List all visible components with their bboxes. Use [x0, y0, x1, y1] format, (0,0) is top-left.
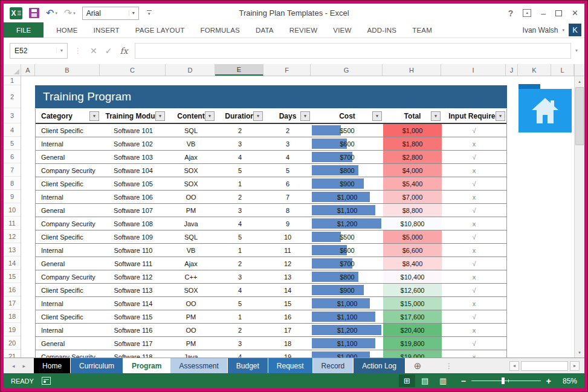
page-break-view-icon[interactable]: ▥	[435, 374, 451, 387]
help-icon[interactable]: ?	[508, 8, 514, 18]
cell-total[interactable]: $15,000	[383, 297, 442, 310]
cell-category[interactable]: Internal	[36, 137, 100, 150]
cell-days[interactable]: 8	[264, 204, 311, 217]
cell-content[interactable]: OO	[166, 297, 216, 310]
cell-category[interactable]: Company Security	[36, 164, 100, 177]
row-header-18[interactable]: 18	[4, 310, 21, 323]
cell-module[interactable]: Software 106	[100, 191, 166, 203]
row-header-3[interactable]: 3	[4, 108, 21, 123]
cell-category[interactable]: Internal	[36, 244, 100, 256]
ribbon-tab-home[interactable]: HOME	[48, 22, 85, 38]
cell-cost[interactable]: $500	[311, 230, 383, 243]
scroll-right-icon[interactable]: ▸	[570, 361, 580, 371]
cell-content[interactable]: C++	[166, 270, 216, 283]
cell-category[interactable]: Company Security	[36, 217, 100, 230]
cell-content[interactable]: Java	[166, 217, 216, 230]
ribbon-tab-page-layout[interactable]: PAGE LAYOUT	[128, 22, 193, 38]
row-header-7[interactable]: 7	[4, 163, 21, 177]
cell-duration[interactable]: 1	[216, 177, 264, 190]
cell-module[interactable]: Software 110	[100, 244, 166, 256]
zoom-percentage[interactable]: 85%	[557, 377, 577, 385]
cell-cost[interactable]: $600	[311, 137, 383, 150]
cell-days[interactable]: 17	[264, 324, 311, 336]
cell-cost[interactable]: $800	[311, 164, 383, 177]
cell-content[interactable]: Ajax	[166, 151, 216, 163]
next-sheet-icon[interactable]: ▸	[23, 363, 26, 369]
save-icon[interactable]	[29, 8, 39, 18]
cell-duration[interactable]: 4	[216, 284, 264, 296]
cell-cost[interactable]: $1,100	[311, 337, 383, 350]
cell-input-required[interactable]: √	[442, 124, 506, 137]
ribbon-tab-file[interactable]: FILE	[4, 22, 44, 38]
sheet-tab-program[interactable]: Program	[123, 358, 170, 373]
cell-cost[interactable]: $900	[311, 177, 383, 190]
cell-module[interactable]: Software 113	[100, 284, 166, 296]
cell-days[interactable]: 14	[264, 284, 311, 296]
cell-duration[interactable]: 4	[216, 151, 264, 163]
cell-input-required[interactable]: x	[442, 137, 506, 150]
cell-category[interactable]: Internal	[36, 191, 100, 203]
ribbon-tab-add-ins[interactable]: ADD-INS	[359, 22, 404, 38]
ribbon-tab-insert[interactable]: INSERT	[86, 22, 128, 38]
column-header-H[interactable]: H	[383, 64, 441, 76]
redo-button[interactable]: ↷▾	[64, 8, 76, 18]
scroll-up-icon[interactable]: ▴	[575, 76, 584, 87]
cell-category[interactable]: General	[36, 257, 100, 270]
cell-duration[interactable]: 2	[216, 191, 264, 203]
cell-total[interactable]: $10,800	[383, 217, 442, 230]
row-header-15[interactable]: 15	[4, 270, 21, 283]
cell-days[interactable]: 11	[264, 244, 311, 256]
cell-module[interactable]: Software 116	[100, 324, 166, 336]
sheet-tab-record[interactable]: Record	[313, 358, 354, 373]
cell-module[interactable]: Software 105	[100, 177, 166, 190]
cell-input-required[interactable]: x	[442, 191, 506, 203]
page-layout-view-icon[interactable]: ▤	[417, 374, 433, 387]
cell-category[interactable]: Client Specific	[36, 284, 100, 296]
sheet-tab-action-log[interactable]: Action Log	[354, 358, 405, 373]
normal-view-icon[interactable]: ⊞	[399, 374, 415, 387]
filter-icon-duration[interactable]: ▾	[253, 111, 263, 121]
cell-days[interactable]: 5	[264, 164, 311, 177]
minimize-button[interactable]: –	[541, 11, 546, 16]
cell-category[interactable]: Client Specific	[36, 310, 100, 323]
sheet-canvas[interactable]: Training Program Category▾Training Modul…	[21, 76, 574, 358]
close-button[interactable]: ✕	[572, 8, 578, 18]
cell-cost[interactable]: $1,000	[311, 297, 383, 310]
cell-days[interactable]: 3	[264, 137, 311, 150]
cell-duration[interactable]: 2	[216, 324, 264, 336]
formula-input[interactable]	[135, 43, 571, 59]
sheet-tab-curriculum[interactable]: Curriculum	[71, 358, 123, 373]
zoom-in-icon[interactable]: +	[546, 376, 551, 386]
ribbon-tab-formulas[interactable]: FORMULAS	[192, 22, 248, 38]
cell-total[interactable]: $7,000	[383, 191, 442, 203]
cell-cost[interactable]: $600	[311, 244, 383, 256]
cell-duration[interactable]: 4	[216, 217, 264, 230]
cell-days[interactable]: 9	[264, 217, 311, 230]
cell-total[interactable]: $5,000	[383, 230, 442, 243]
cell-duration[interactable]: 3	[216, 270, 264, 283]
sheet-options-icon[interactable]: ⋮	[437, 358, 462, 373]
cell-category[interactable]: General	[36, 337, 100, 350]
filter-icon-content[interactable]: ▾	[205, 111, 215, 121]
cell-days[interactable]: 18	[264, 337, 311, 350]
cell-total[interactable]: $4,000	[383, 164, 442, 177]
cell-module[interactable]: Software 109	[100, 230, 166, 243]
cell-module[interactable]: Software 118	[100, 350, 166, 358]
ribbon-display-options-icon[interactable]: ▴	[523, 9, 531, 17]
cell-module[interactable]: Software 101	[100, 124, 166, 137]
cell-input-required[interactable]: √	[442, 284, 506, 296]
cell-total[interactable]: $1,000	[383, 124, 442, 137]
cell-input-required[interactable]: √	[442, 204, 506, 217]
cell-category[interactable]: Client Specific	[36, 230, 100, 243]
cell-content[interactable]: PM	[166, 337, 216, 350]
drag-handle-icon[interactable]: ⋮	[74, 47, 82, 55]
cell-total[interactable]: $8,400	[383, 257, 442, 270]
cell-module[interactable]: Software 103	[100, 151, 166, 163]
row-header-1[interactable]: 1	[4, 76, 21, 85]
cell-content[interactable]: PM	[166, 204, 216, 217]
name-box-caret-icon[interactable]: ▾	[56, 48, 63, 53]
cell-days[interactable]: 12	[264, 257, 311, 270]
column-header-E[interactable]: E	[215, 64, 263, 76]
cell-duration[interactable]: 2	[216, 124, 264, 137]
insert-function-icon[interactable]: fx	[120, 46, 128, 56]
